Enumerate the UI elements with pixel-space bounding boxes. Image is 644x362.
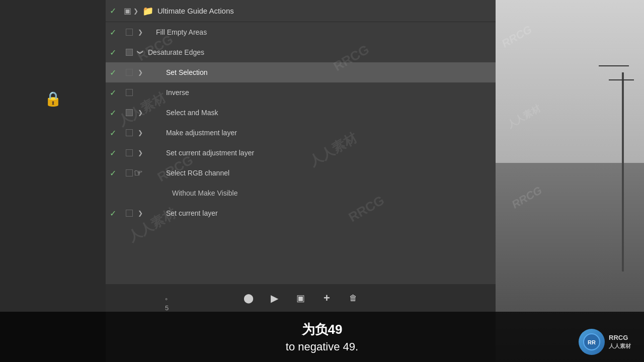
action-set-selection[interactable]: ✓ ❯ Set Selection xyxy=(106,62,496,82)
check-set-layer: ✓ xyxy=(110,209,124,218)
action-set-current-layer[interactable]: ✓ ❯ Set current layer xyxy=(106,203,496,223)
label-desaturate-edges: Desaturate Edges xyxy=(148,48,204,56)
svg-text:RR: RR xyxy=(588,339,596,345)
check-fill: ✓ xyxy=(110,28,124,37)
right-panel-photo: RRCG 人人素材 RRCG xyxy=(496,0,644,362)
checkbox-set-layer[interactable] xyxy=(124,208,135,219)
action-fill-empty-areas[interactable]: ✓ ❯ Fill Empty Areas xyxy=(106,22,496,42)
chevron-fill: ❯ xyxy=(135,29,146,36)
action-without-make-visible: Without Make Visible xyxy=(106,183,496,203)
rrcg-sub-text: 人人素材 xyxy=(609,342,631,350)
label-select-and-mask: Select and Mask xyxy=(166,109,218,117)
folder-icon: 📁 xyxy=(142,6,153,17)
action-select-and-mask[interactable]: ✓ ❯ Select and Mask xyxy=(106,103,496,123)
chevron-make-adj: ❯ xyxy=(135,129,146,136)
rrcg-logo: RR RRCG 人人素材 xyxy=(579,327,639,357)
check-rgb: ✓ xyxy=(110,168,124,178)
delete-button[interactable]: 🗑 xyxy=(345,290,361,306)
check-set-selection: ✓ xyxy=(110,68,124,77)
checkbox-empty-wmv xyxy=(124,188,135,199)
checkbox-desaturate[interactable] xyxy=(124,47,135,58)
chevron-set-adj: ❯ xyxy=(135,149,146,156)
action-select-rgb[interactable]: ✓ ☞ Select RGB channel xyxy=(106,163,496,183)
photo-background: RRCG 人人素材 RRCG xyxy=(496,0,644,362)
actions-header-row[interactable]: ✓ ▣ ❯ 📁 Ultimate Guide Actions xyxy=(106,0,496,22)
label-set-current-layer: Set current layer xyxy=(166,209,218,217)
check-inverse: ✓ xyxy=(110,88,124,98)
header-square-icon: ▣ xyxy=(124,6,131,16)
number-5: 5 xyxy=(165,304,169,312)
playback-controls: ⬤ ▶ ▣ + 🗑 xyxy=(106,284,496,312)
check-make-adj: ✓ xyxy=(110,128,124,138)
header-chevron-icon: ❯ xyxy=(133,8,138,15)
checkbox-select-mask[interactable] xyxy=(124,107,135,118)
degree-symbol: ° xyxy=(165,297,169,304)
rrcg-logo-icon: RR xyxy=(583,333,601,351)
folder-button[interactable]: ▣ xyxy=(293,290,309,306)
subtitle-chinese: 为负49 xyxy=(302,321,343,338)
label-make-adjustment-layer: Make adjustment layer xyxy=(166,129,237,137)
subtitle-english: to negative 49. xyxy=(286,340,358,353)
rrcg-logo-circle: RR xyxy=(579,329,605,355)
action-make-adjustment-layer[interactable]: ✓ ❯ Make adjustment layer xyxy=(106,123,496,143)
rrcg-brand-text: RRCG xyxy=(609,333,631,342)
check-desaturate: ✓ xyxy=(110,48,124,57)
action-set-current-adj-layer[interactable]: ✓ ❯ Set current adjustment layer xyxy=(106,143,496,163)
check-select-mask: ✓ xyxy=(110,108,124,118)
label-without-make-visible: Without Make Visible xyxy=(172,189,237,197)
label-inverse: Inverse xyxy=(166,88,189,97)
chevron-desaturate: ❯ xyxy=(137,47,144,58)
check-set-adj: ✓ xyxy=(110,148,124,158)
lock-icon: 🔒 xyxy=(44,90,62,107)
subtitle-bar: 为负49 to negative 49. xyxy=(0,312,644,362)
checkbox-set-selection[interactable] xyxy=(124,67,135,78)
play-button[interactable]: ▶ xyxy=(267,290,283,306)
checkbox-make-adj[interactable] xyxy=(124,127,135,138)
checkbox-inverse[interactable] xyxy=(124,87,135,98)
action-inverse[interactable]: ✓ Inverse xyxy=(106,82,496,103)
checkbox-rgb[interactable] xyxy=(124,167,135,178)
header-title: Ultimate Guide Actions xyxy=(157,7,234,15)
left-panel: 🔒 xyxy=(0,0,106,362)
header-check: ✓ xyxy=(110,6,124,16)
action-desaturate-edges[interactable]: ✓ ❯ Desaturate Edges xyxy=(106,42,496,62)
actions-panel: RRCG 人人素材 RRCG 人人素材 RRCG 人人素材 RRCG ✓ ▣ ❯… xyxy=(106,0,496,312)
checkbox-set-adj[interactable] xyxy=(124,147,135,158)
add-button[interactable]: + xyxy=(319,290,335,306)
label-set-current-adj: Set current adjustment layer xyxy=(166,149,254,157)
checkbox-fill[interactable] xyxy=(124,27,135,38)
label-select-rgb: Select RGB channel xyxy=(166,169,229,177)
chevron-set-selection: ❯ xyxy=(135,69,146,76)
chevron-select-mask: ❯ xyxy=(135,109,146,116)
label-fill-empty-areas: Fill Empty Areas xyxy=(156,28,207,36)
side-numbers: ° 5 xyxy=(165,297,169,312)
chevron-set-layer: ❯ xyxy=(135,210,146,217)
label-set-selection: Set Selection xyxy=(166,68,208,76)
stop-button[interactable]: ⬤ xyxy=(240,290,257,306)
